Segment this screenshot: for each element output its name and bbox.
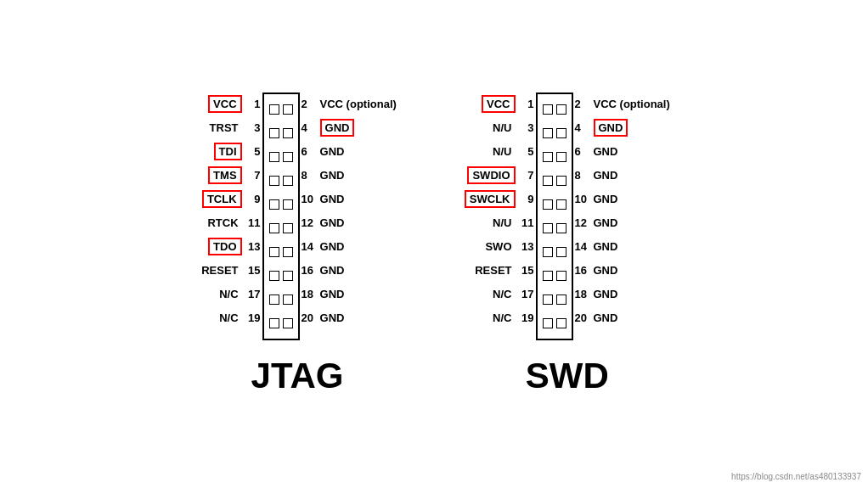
jtag-title: JTAG	[251, 356, 344, 396]
pin-squares-row	[543, 121, 566, 145]
left-pin-row: TDI 5	[214, 140, 261, 164]
swd-left-labels: VCC 1N/U 3N/U 5SWDIO 7SWCLK 9N/U 11SWO 1…	[465, 93, 534, 340]
left-pin-row: N/U 11	[489, 211, 533, 235]
pin-squares-row	[543, 169, 566, 193]
pin-label: VCC	[482, 95, 515, 113]
pin-label: RTCK	[204, 215, 241, 231]
pin-square-left	[543, 223, 553, 233]
pin-square-left	[543, 128, 553, 138]
right-pin-label: VCC (optional)	[594, 98, 670, 110]
right-pin-row: 4GND	[575, 116, 628, 140]
right-pin-label: GND	[320, 264, 345, 277]
right-pin-row: 6GND	[302, 140, 345, 164]
right-pin-label: GND	[320, 216, 345, 229]
left-pin-row: N/U 5	[489, 140, 533, 164]
pin-squares-row	[269, 145, 293, 169]
pin-number: 13	[519, 240, 534, 253]
watermark: https://blog.csdn.net/as480133937	[731, 472, 861, 481]
pin-square-right	[556, 271, 566, 281]
right-pin-number: 6	[302, 145, 317, 158]
pin-squares-row	[543, 288, 566, 311]
pin-label: N/U	[489, 143, 515, 160]
right-pin-number: 4	[302, 121, 317, 134]
left-pin-row: SWO 13	[482, 235, 533, 259]
right-pin-number: 18	[575, 288, 590, 300]
pin-number: 1	[245, 98, 261, 110]
right-pin-row: 4GND	[302, 116, 355, 140]
right-pin-label: GND	[594, 169, 618, 182]
pin-label: N/C	[216, 310, 241, 326]
pin-label: SWDIO	[467, 166, 515, 184]
pin-square-left	[269, 176, 279, 186]
pin-label: SWCLK	[465, 190, 516, 208]
pin-label: TRST	[206, 120, 242, 136]
right-pin-label: GND	[594, 193, 618, 205]
pin-square-right	[556, 176, 566, 186]
right-pin-row: 14GND	[302, 235, 345, 259]
right-pin-label: GND	[594, 216, 618, 229]
pin-squares-row	[269, 311, 293, 335]
right-pin-number: 14	[302, 240, 317, 253]
pin-square-right	[283, 199, 293, 210]
left-pin-row: VCC 1	[482, 93, 533, 116]
pin-squares-row	[543, 264, 566, 288]
pin-square-right	[556, 199, 566, 210]
pin-squares-row	[543, 216, 566, 240]
pin-label: N/C	[489, 310, 515, 326]
pin-square-right	[283, 318, 293, 328]
left-pin-row: N/C 17	[489, 283, 533, 306]
right-pin-label: GND	[594, 288, 618, 300]
pin-label: RESET	[471, 262, 515, 278]
right-pin-row: 18GND	[575, 283, 618, 306]
pin-square-right	[556, 152, 566, 162]
pin-square-left	[269, 223, 279, 233]
left-pin-row: N/U 3	[489, 116, 533, 140]
right-pin-row: 10GND	[575, 188, 618, 211]
pin-label: SWO	[482, 238, 515, 255]
right-pin-number: 12	[575, 216, 590, 229]
pin-number: 15	[519, 264, 534, 277]
left-pin-row: RTCK 11	[204, 211, 260, 235]
left-pin-row: VCC 1	[208, 93, 260, 116]
right-pin-number: 8	[575, 169, 590, 182]
right-pin-row: 8GND	[302, 164, 345, 188]
pin-squares-row	[269, 288, 293, 311]
left-pin-row: N/C 17	[216, 283, 260, 306]
right-pin-label: VCC (optional)	[320, 98, 397, 110]
pin-square-right	[283, 152, 293, 162]
pin-square-left	[543, 318, 553, 328]
pin-label: N/U	[489, 215, 515, 231]
pin-label: VCC	[208, 95, 241, 113]
right-pin-row: 10GND	[302, 188, 345, 211]
pin-label: TCLK	[202, 190, 242, 208]
jtag-connector-area: VCC 1TRST 3TDI 5TMS 7TCLK 9RTCK 11TDO 13…	[198, 93, 397, 340]
jtag-connector-body	[262, 93, 300, 340]
right-pin-number: 6	[575, 145, 590, 158]
right-pin-number: 16	[575, 264, 590, 277]
pin-square-right	[556, 294, 566, 305]
pin-square-left	[269, 318, 279, 328]
pin-squares-row	[269, 240, 293, 264]
right-pin-number: 4	[575, 121, 590, 134]
pin-square-left	[269, 128, 279, 138]
pin-square-left	[269, 247, 279, 257]
pin-number: 17	[245, 288, 261, 300]
right-pin-number: 2	[302, 98, 317, 110]
swd-right-labels: 2VCC (optional)4GND6GND8GND10GND12GND14G…	[575, 93, 670, 340]
pin-squares-row	[543, 240, 566, 264]
left-pin-row: TCLK 9	[202, 188, 261, 211]
pin-number: 9	[519, 193, 534, 205]
pin-square-left	[543, 199, 553, 210]
pin-square-left	[543, 104, 553, 115]
pin-number: 11	[519, 216, 534, 229]
pin-square-right	[283, 223, 293, 233]
pin-squares-row	[269, 216, 293, 240]
right-pin-label: GND	[320, 119, 355, 137]
right-pin-row: 12GND	[575, 211, 618, 235]
pin-label: TMS	[208, 166, 241, 184]
pin-square-left	[543, 294, 553, 305]
right-pin-row: 18GND	[302, 283, 345, 306]
right-pin-row: 16GND	[575, 259, 618, 283]
left-pin-row: N/C 19	[489, 306, 533, 330]
pin-label: N/U	[489, 120, 515, 136]
